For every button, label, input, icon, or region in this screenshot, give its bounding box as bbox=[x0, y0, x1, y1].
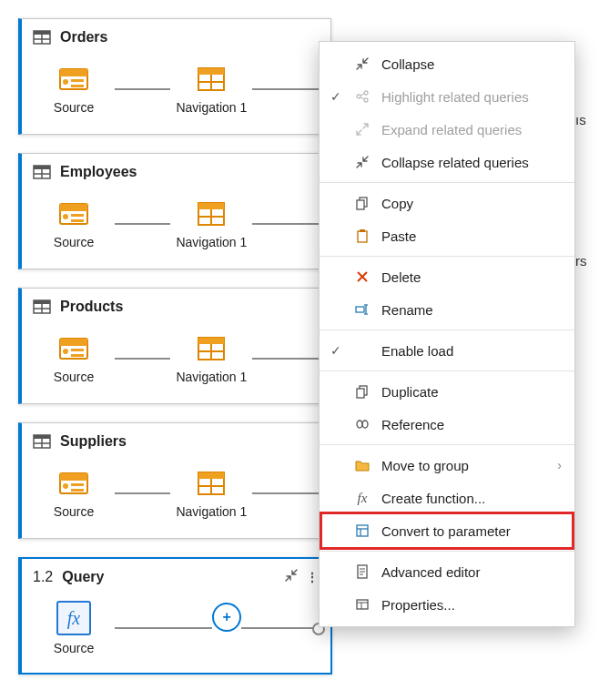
menu-separator bbox=[320, 330, 574, 330]
query-card-suppliers[interactable]: Suppliers Source Navigation 1 bbox=[18, 422, 331, 539]
connector bbox=[115, 358, 170, 360]
menu-collapse[interactable]: Collapse bbox=[320, 47, 574, 80]
collapse-icon bbox=[354, 56, 371, 72]
rename-icon bbox=[354, 301, 371, 318]
step-label: Navigation 1 bbox=[176, 100, 247, 115]
query-card-query[interactable]: 1.2 Query ⋮ fx Source + bbox=[18, 557, 332, 675]
menu-separator bbox=[320, 551, 574, 552]
step-source[interactable]: Source bbox=[33, 468, 115, 519]
card-header: 1.2 Query ⋮ bbox=[33, 568, 320, 585]
query-card-employees[interactable]: Employees Source Navigation 1 bbox=[18, 153, 331, 269]
table-step-icon bbox=[196, 333, 227, 364]
step-label: Source bbox=[54, 235, 94, 249]
svg-rect-36 bbox=[198, 338, 224, 344]
copy-icon bbox=[354, 195, 371, 211]
svg-rect-49 bbox=[198, 472, 224, 479]
step-source[interactable]: fx Source bbox=[33, 601, 115, 655]
steps-row: Source Navigation 1 bbox=[33, 57, 320, 121]
menu-label: Properties... bbox=[381, 597, 455, 613]
menu-label: Create function... bbox=[381, 491, 485, 506]
step-label: Navigation 1 bbox=[176, 370, 247, 384]
svg-rect-31 bbox=[60, 339, 87, 346]
svg-rect-21 bbox=[71, 219, 84, 222]
parameter-icon bbox=[354, 522, 371, 539]
more-icon[interactable]: ⋮ bbox=[306, 570, 320, 584]
steps-row: Source Navigation 1 bbox=[33, 462, 320, 525]
svg-point-45 bbox=[63, 483, 68, 489]
table-icon bbox=[33, 432, 51, 451]
reference-icon bbox=[354, 416, 371, 432]
menu-advanced-editor[interactable]: Advanced editor bbox=[320, 555, 574, 588]
card-header: Orders bbox=[33, 28, 320, 46]
menu-convert-to-parameter[interactable]: Convert to parameter bbox=[320, 514, 574, 547]
connector bbox=[252, 88, 320, 90]
menu-copy[interactable]: Copy bbox=[320, 187, 574, 219]
step-source[interactable]: Source bbox=[33, 64, 115, 115]
menu-highlight-related[interactable]: ✓ Highlight related queries bbox=[320, 80, 574, 113]
menu-expand-related[interactable]: Expand related queries bbox=[320, 113, 574, 146]
step-label: Navigation 1 bbox=[176, 235, 247, 249]
step-label: Source bbox=[54, 370, 94, 384]
svg-rect-40 bbox=[34, 435, 50, 439]
connector bbox=[241, 627, 320, 629]
menu-label: Expand related queries bbox=[381, 122, 522, 137]
svg-rect-71 bbox=[357, 525, 368, 536]
svg-rect-47 bbox=[71, 489, 84, 492]
connector bbox=[115, 627, 212, 629]
svg-point-52 bbox=[357, 95, 360, 98]
menu-collapse-related[interactable]: Collapse related queries bbox=[320, 146, 574, 178]
connector bbox=[115, 88, 170, 90]
menu-duplicate[interactable]: Duplicate bbox=[320, 375, 574, 408]
connector bbox=[252, 223, 320, 225]
delete-icon bbox=[354, 269, 371, 285]
svg-rect-58 bbox=[357, 200, 364, 209]
svg-rect-10 bbox=[198, 68, 224, 75]
svg-point-70 bbox=[362, 421, 368, 428]
query-card-products[interactable]: Products Source Navigation 1 bbox=[18, 288, 331, 404]
step-navigation[interactable]: Navigation 1 bbox=[170, 64, 252, 115]
step-navigation[interactable]: Navigation 1 bbox=[170, 198, 252, 249]
step-navigation[interactable]: Navigation 1 bbox=[170, 468, 252, 519]
step-label: Navigation 1 bbox=[176, 504, 247, 519]
collapse-icon bbox=[354, 154, 371, 170]
paste-icon bbox=[354, 228, 371, 244]
menu-delete[interactable]: Delete bbox=[320, 260, 574, 293]
svg-line-56 bbox=[360, 97, 364, 99]
menu-label: Collapse bbox=[381, 56, 434, 72]
connector bbox=[252, 492, 320, 494]
menu-paste[interactable]: Paste bbox=[320, 219, 574, 252]
step-label: Source bbox=[54, 100, 94, 115]
fx-icon: fx bbox=[354, 490, 371, 506]
steps-row: Source Navigation 1 bbox=[33, 192, 320, 256]
collapse-icon[interactable] bbox=[284, 568, 299, 585]
step-label: Source bbox=[54, 504, 94, 519]
svg-rect-1 bbox=[34, 31, 50, 35]
properties-icon bbox=[354, 596, 371, 613]
table-step-icon bbox=[196, 64, 227, 95]
menu-separator bbox=[320, 256, 574, 257]
menu-properties[interactable]: Properties... bbox=[320, 588, 574, 621]
step-navigation[interactable]: Navigation 1 bbox=[170, 333, 252, 384]
step-source[interactable]: Source bbox=[33, 198, 115, 249]
step-source[interactable]: Source bbox=[33, 333, 115, 384]
card-header: Suppliers bbox=[33, 432, 320, 451]
card-title: Products bbox=[60, 299, 123, 315]
menu-label: Enable load bbox=[381, 343, 453, 359]
svg-rect-78 bbox=[357, 600, 368, 609]
menu-create-function[interactable]: fx Create function... bbox=[320, 482, 574, 514]
query-card-orders[interactable]: Orders Source Navigation 1 bbox=[18, 18, 331, 135]
context-menu: Collapse ✓ Highlight related queries Exp… bbox=[319, 41, 575, 627]
connector bbox=[252, 358, 320, 360]
card-title: Orders bbox=[60, 29, 107, 46]
card-title: Suppliers bbox=[60, 433, 127, 450]
menu-reference[interactable]: Reference bbox=[320, 408, 574, 441]
svg-rect-18 bbox=[60, 204, 87, 211]
menu-move-to-group[interactable]: Move to group › bbox=[320, 449, 574, 482]
card-prefix: 1.2 bbox=[33, 569, 53, 585]
add-step-button[interactable]: + bbox=[212, 603, 241, 632]
menu-enable-load[interactable]: ✓ Enable load bbox=[320, 334, 574, 367]
menu-separator bbox=[320, 182, 574, 183]
svg-point-19 bbox=[63, 214, 68, 219]
menu-rename[interactable]: Rename bbox=[320, 293, 574, 326]
share-icon bbox=[354, 88, 371, 105]
